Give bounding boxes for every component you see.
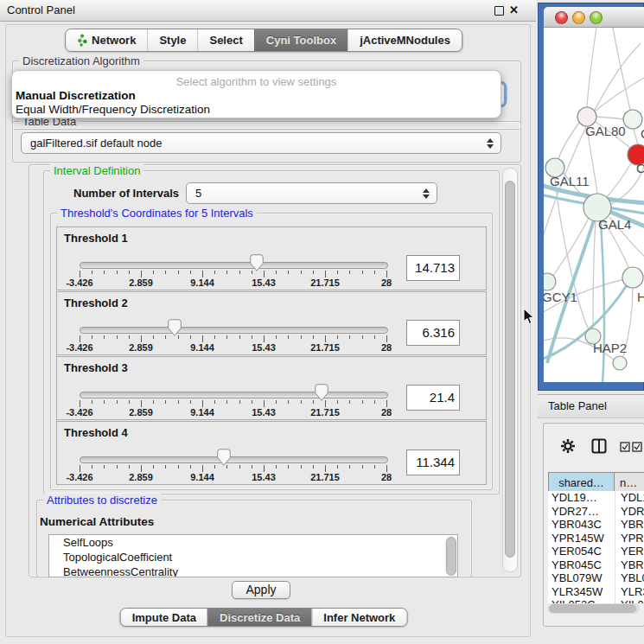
slider-thumb[interactable] [168, 319, 182, 336]
slider-tick [264, 335, 265, 342]
slider-track[interactable] [80, 327, 388, 334]
threshold-value-field[interactable]: 21.4 [406, 385, 460, 411]
list-scrollbar[interactable] [445, 536, 456, 575]
column-header-shared-name[interactable]: shared… [548, 472, 615, 493]
dropdown-option-equal-width[interactable]: Equal Width/Frequency Discretization [16, 103, 210, 116]
list-scrollbar-thumb[interactable] [446, 537, 456, 576]
tab-style[interactable]: Style [147, 29, 197, 51]
threshold-value-field[interactable]: 6.316 [406, 320, 460, 346]
apply-button[interactable]: Apply [232, 581, 290, 599]
cell-shared-name: YBL079W [548, 571, 615, 585]
network-edge [613, 28, 630, 110]
table-row[interactable]: YBR043CYBR0… [548, 518, 644, 532]
cell-name: YBL0… [615, 571, 644, 585]
slider-tick-label: 2.859 [113, 277, 169, 288]
table-row[interactable]: YER054CYER0… [548, 545, 644, 558]
table-row[interactable]: YLR345WYLR3… [548, 585, 644, 599]
num-intervals-combobox[interactable]: 5 [186, 182, 437, 204]
slider-tick [202, 465, 203, 472]
slider-track[interactable] [80, 456, 388, 463]
tab-jactivemnodules[interactable]: jActiveMNodules [348, 29, 462, 51]
slider-tick [92, 271, 92, 274]
network-view-window: GAL80GACGAL11GAL4GCY1HHAP2 [538, 3, 644, 391]
slider-tick [288, 271, 289, 274]
network-node-gcy1[interactable] [544, 273, 556, 290]
slider-thumb[interactable] [217, 449, 231, 466]
minimize-traffic-light[interactable] [572, 11, 585, 24]
vertical-scrollbar[interactable] [502, 168, 518, 572]
slider-tick [349, 335, 350, 339]
slider-tick [313, 400, 314, 404]
num-intervals-value: 5 [195, 187, 201, 200]
slider-thumb[interactable] [315, 384, 328, 401]
network-node[interactable] [613, 356, 627, 370]
table-row[interactable]: YPR145WYPR1… [548, 532, 644, 545]
close-traffic-light[interactable] [555, 11, 568, 24]
network-canvas[interactable]: GAL80GACGAL11GAL4GCY1HHAP2 [544, 28, 644, 382]
slider-tick [349, 271, 350, 274]
slider-tick-label: 2.859 [113, 407, 169, 418]
float-window-icon[interactable] [494, 6, 504, 16]
interval-definition-title: Interval Definition [50, 164, 143, 177]
slider-tick-label: 9.144 [175, 407, 230, 418]
tab-cyni-toolbox[interactable]: Cyni Toolbox [254, 29, 348, 51]
table-row[interactable]: YDR27…YDR2… [548, 505, 644, 519]
slider-tick [276, 271, 277, 274]
threshold-value-field[interactable]: 11.344 [406, 450, 460, 475]
slider-tick [239, 465, 240, 469]
slider-thumb[interactable] [250, 254, 264, 271]
table-rows: YDL19…YDL1…YDR27…YDR2…YBR043CYBR0…YPR145… [548, 491, 644, 603]
slider-tick [80, 400, 80, 407]
vertical-scrollbar-thumb[interactable] [505, 181, 515, 558]
threshold-value-field[interactable]: 14.713 [406, 255, 460, 281]
table-row[interactable]: YBR045CYBR0… [548, 558, 644, 572]
slider-tick [337, 465, 338, 469]
slider-tick [386, 400, 387, 407]
tab-infer-network[interactable]: Infer Network [311, 609, 406, 626]
slider-tick [202, 400, 203, 407]
slider-tick [165, 400, 166, 404]
attribute-list-item[interactable]: SelfLoops [49, 535, 457, 550]
slider-tick [325, 465, 326, 472]
threshold-label: Threshold 4 [64, 426, 128, 439]
threshold-label: Threshold 3 [64, 361, 128, 374]
table-panel-titlebar: Table Panel [538, 394, 644, 418]
tab-select[interactable]: Select [197, 29, 253, 51]
network-node-ga[interactable] [623, 110, 642, 129]
attribute-list-item[interactable]: BetweennessCentrality [49, 564, 457, 577]
attribute-list-item[interactable]: TopologicalCoefficient [49, 550, 457, 564]
slider-tick [374, 400, 375, 404]
tab-discretize-data[interactable]: Discretize Data [207, 609, 311, 626]
cell-name: YBR0… [615, 558, 644, 572]
horizontal-scrollbar-thumb[interactable] [549, 604, 636, 613]
slider-tick [362, 400, 363, 404]
zoom-traffic-light[interactable] [590, 11, 603, 24]
slider-tick [202, 335, 203, 342]
tab-network[interactable]: Network [66, 29, 147, 51]
slider-tick-label: 2.859 [113, 472, 169, 482]
slider-tick [104, 400, 105, 404]
numerical-attributes-list: SelfLoopsTopologicalCoefficientBetweenne… [48, 534, 458, 577]
dropdown-prompt: Select algorithm to view settings [12, 75, 501, 88]
table-row[interactable]: YBL079WYBL0… [548, 571, 644, 585]
slider-tick [386, 271, 387, 277]
gear-icon[interactable] [560, 438, 576, 454]
column-header-name[interactable]: n… [615, 472, 644, 493]
close-icon[interactable]: ✕ [509, 3, 519, 18]
dropdown-option-manual[interactable]: Manual Discretization [16, 89, 136, 102]
table-data-combobox[interactable]: galFiltered.sif default node [21, 132, 501, 154]
slider-track[interactable] [80, 392, 388, 399]
slider-tick [374, 271, 375, 274]
slider-tick-label: 9.144 [175, 342, 230, 353]
slider-tick [301, 465, 302, 469]
slider-track[interactable] [80, 262, 388, 269]
horizontal-scrollbar[interactable] [548, 603, 640, 614]
tab-impute-data[interactable]: Impute Data [121, 609, 207, 626]
tab-label: Impute Data [132, 611, 196, 624]
split-columns-icon[interactable] [591, 438, 607, 454]
network-node-h[interactable] [622, 267, 643, 288]
network-window-titlebar[interactable] [544, 7, 644, 28]
table-row[interactable]: YDL19…YDL1… [548, 491, 644, 505]
select-columns-icon[interactable] [620, 442, 644, 452]
slider-tick [190, 465, 191, 469]
